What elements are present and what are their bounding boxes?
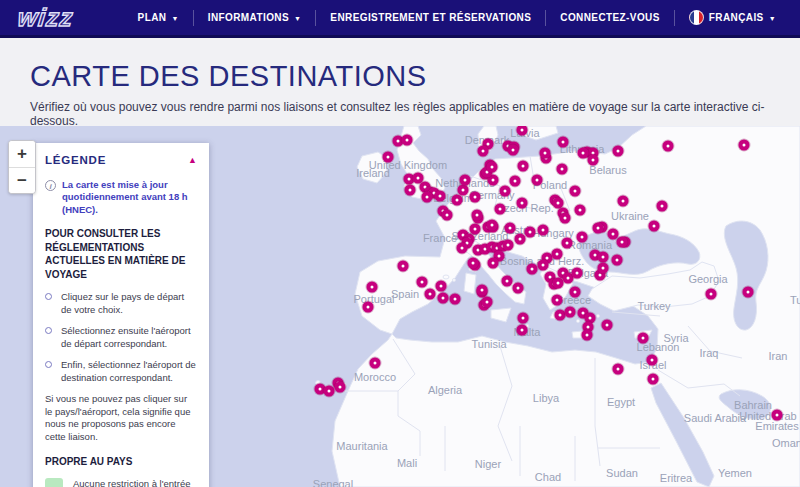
destination-marker[interactable] <box>593 223 604 234</box>
destination-marker[interactable] <box>457 243 468 254</box>
nav-item-connectez-vous[interactable]: CONNECTEZ-VOUS <box>545 10 674 26</box>
wizz-logo[interactable]: wizz <box>16 3 74 32</box>
nav-item-informations[interactable]: INFORMATIONS ▼ <box>193 10 316 26</box>
destination-marker[interactable] <box>527 264 538 275</box>
destination-marker[interactable] <box>477 285 488 296</box>
destination-marker[interactable] <box>503 240 514 251</box>
destination-marker[interactable] <box>557 164 568 175</box>
destination-marker[interactable] <box>436 281 447 292</box>
destination-marker[interactable] <box>613 146 624 157</box>
destination-marker[interactable] <box>324 386 335 397</box>
destination-marker[interactable] <box>370 358 381 369</box>
destination-marker[interactable] <box>558 137 569 148</box>
destination-marker[interactable] <box>743 287 754 298</box>
destination-marker[interactable] <box>657 201 668 212</box>
destination-marker[interactable] <box>363 302 374 313</box>
destination-marker[interactable] <box>398 261 409 272</box>
destination-marker[interactable] <box>367 282 378 293</box>
top-nav: wizz PLAN ▼ INFORMATIONS ▼ ENREGISTREMEN… <box>0 0 800 38</box>
destination-marker[interactable] <box>538 225 549 236</box>
nav-item-enregistrement[interactable]: ENREGISTREMENT ET RÉSERVATIONS <box>315 10 545 26</box>
language-selector[interactable]: FRANÇAIS ▼ <box>674 10 790 26</box>
destination-marker[interactable] <box>510 176 521 187</box>
destination-marker[interactable] <box>588 155 599 166</box>
nav-item-plan[interactable]: PLAN ▼ <box>124 10 193 26</box>
destination-marker[interactable] <box>513 283 524 294</box>
destination-marker[interactable] <box>425 289 436 300</box>
destination-marker[interactable] <box>442 210 453 221</box>
destination-marker[interactable] <box>505 223 516 234</box>
destination-marker[interactable] <box>470 224 481 235</box>
destination-marker[interactable] <box>565 307 576 318</box>
destination-marker[interactable] <box>417 277 428 288</box>
destination-marker[interactable] <box>532 175 543 186</box>
destination-marker[interactable] <box>648 374 659 385</box>
destination-marker[interactable] <box>577 232 588 243</box>
legend-header[interactable]: LÉGENDE ▲ <box>33 143 209 175</box>
collapse-triangle-icon[interactable]: ▲ <box>188 155 197 165</box>
destination-marker[interactable] <box>478 146 489 157</box>
chevron-down-icon: ▼ <box>171 15 178 22</box>
destination-marker[interactable] <box>405 185 416 196</box>
destination-marker[interactable] <box>518 161 529 172</box>
page-header: CARTE DES DESTINATIONS Vérifiez où vous … <box>0 38 800 126</box>
destination-marker[interactable] <box>739 140 750 151</box>
destination-marker[interactable] <box>575 205 586 216</box>
destination-marker[interactable] <box>570 287 581 298</box>
destination-marker[interactable] <box>422 192 433 203</box>
destination-marker[interactable] <box>638 333 649 344</box>
zoom-out-button[interactable]: − <box>9 167 35 193</box>
destination-marker[interactable] <box>500 186 511 197</box>
destination-marker[interactable] <box>649 221 660 232</box>
destination-marker[interactable] <box>508 145 519 156</box>
destination-marker[interactable] <box>335 382 346 393</box>
legend-note: Si vous ne pouvez pas cliquer sur le pay… <box>45 393 197 443</box>
destination-marker[interactable] <box>488 258 499 269</box>
destination-marker[interactable] <box>458 185 469 196</box>
destination-marker[interactable] <box>540 148 551 159</box>
destination-marker[interactable] <box>402 135 413 146</box>
destination-marker[interactable] <box>468 258 479 269</box>
destination-marker[interactable] <box>383 152 394 163</box>
destination-marker[interactable] <box>482 297 493 308</box>
destination-marker[interactable] <box>598 263 609 274</box>
destination-marker[interactable] <box>515 234 526 245</box>
destination-marker[interactable] <box>598 252 609 263</box>
zoom-in-button[interactable]: + <box>9 141 35 167</box>
destination-marker[interactable] <box>518 313 529 324</box>
destination-marker[interactable] <box>517 198 528 209</box>
destination-marker[interactable] <box>572 268 583 279</box>
destination-marker[interactable] <box>578 148 589 159</box>
destination-marker[interactable] <box>525 227 536 238</box>
destination-marker[interactable] <box>613 364 624 375</box>
destination-marker[interactable] <box>570 186 581 197</box>
destination-marker[interactable] <box>438 293 449 304</box>
destination-marker[interactable] <box>452 195 463 206</box>
destination-marker[interactable] <box>502 276 513 287</box>
destination-marker[interactable] <box>663 141 674 152</box>
destination-marker[interactable] <box>517 325 528 336</box>
destination-marker[interactable] <box>552 249 563 260</box>
destination-marker[interactable] <box>612 255 623 266</box>
destination-marker[interactable] <box>450 294 461 305</box>
destination-marker[interactable] <box>602 320 613 331</box>
destination-marker[interactable] <box>618 196 629 207</box>
destination-marker[interactable] <box>487 220 498 231</box>
destination-marker[interactable] <box>470 192 481 203</box>
destination-marker[interactable] <box>582 330 593 341</box>
destination-marker[interactable] <box>435 191 446 202</box>
legend-step-2: Sélectionnez ensuite l'aéroport de dépar… <box>45 325 197 350</box>
destination-marker[interactable] <box>487 162 498 173</box>
destination-marker[interactable] <box>552 295 563 306</box>
destination-marker[interactable] <box>562 238 573 249</box>
destination-marker[interactable] <box>460 175 471 186</box>
destination-marker[interactable] <box>617 237 628 248</box>
destination-marker[interactable] <box>772 410 783 421</box>
destination-marker[interactable] <box>706 289 717 300</box>
destination-marker[interactable] <box>538 260 549 271</box>
destination-marker[interactable] <box>472 210 483 221</box>
destination-marker[interactable] <box>495 204 506 215</box>
map-canvas[interactable]: DenmarkLatviaIrelandUnited KingdomNether… <box>0 126 800 487</box>
destination-marker[interactable] <box>647 355 658 366</box>
destination-marker[interactable] <box>560 213 571 224</box>
